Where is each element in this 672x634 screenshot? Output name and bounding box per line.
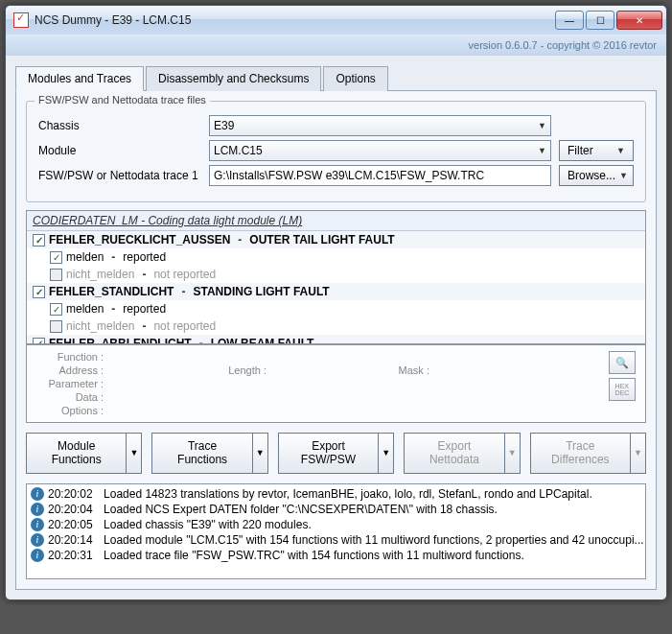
info-icon: i	[31, 487, 44, 501]
parameter-row[interactable]: ✓melden-reported	[27, 248, 645, 266]
window-title: NCS Dummy - E39 - LCM.C15	[35, 13, 555, 27]
parameter-row[interactable]: ✓melden-reported	[27, 300, 645, 317]
module-functions-dropdown[interactable]: ▼	[127, 433, 142, 474]
filter-button[interactable]: Filter ▼	[559, 140, 634, 161]
chassis-label: Chassis	[38, 119, 201, 132]
checkbox[interactable]: ✓	[33, 234, 45, 247]
window: NCS Dummy - E39 - LCM.C15 — ☐ ✕ version …	[5, 5, 667, 600]
function-row[interactable]: ✓FEHLER_ABBLENDLICHT-LOW BEAM FAULT	[27, 335, 645, 344]
group-legend: FSW/PSW and Nettodata trace files	[35, 94, 210, 106]
export-nettodata-dropdown: ▼	[505, 433, 521, 474]
log-panel[interactable]: i20:20:02 Loaded 14823 translations by r…	[26, 483, 646, 579]
info-icon: i	[31, 533, 44, 547]
export-nettodata-button: Export Nettodata	[404, 433, 504, 474]
functions-grid[interactable]: CODIERDATEN_LM - Coding data light modul…	[26, 210, 646, 344]
export-fsw-dropdown[interactable]: ▼	[379, 433, 394, 474]
search-button[interactable]: 🔍	[609, 351, 636, 374]
checkbox[interactable]: ✓	[50, 303, 62, 316]
minimize-button[interactable]: —	[555, 11, 584, 30]
maximize-button[interactable]: ☐	[586, 11, 614, 30]
chassis-select[interactable]: E39 ▼	[209, 115, 551, 136]
tab-modules-traces[interactable]: Modules and Traces	[15, 66, 144, 91]
module-label: Module	[38, 144, 201, 157]
log-entry: i20:20:14 Loaded module "LCM.C15" with 1…	[29, 532, 643, 548]
export-fsw-button[interactable]: Export FSW/PSW	[278, 433, 379, 474]
checkbox[interactable]	[50, 269, 62, 281]
detail-panel: Function : Address : Parameter : Data : …	[26, 344, 646, 423]
search-icon: 🔍	[615, 357, 629, 369]
checkbox[interactable]: ✓	[33, 286, 45, 298]
chevron-down-icon: ▼	[619, 171, 628, 180]
parameter-row[interactable]: nicht_melden-not reported	[27, 317, 645, 335]
chevron-down-icon: ▼	[616, 146, 625, 155]
parameter-row[interactable]: nicht_melden-not reported	[27, 266, 645, 283]
chevron-down-icon: ▼	[538, 146, 546, 155]
tab-disassembly[interactable]: Disassembly and Checksums	[146, 66, 321, 91]
checkbox[interactable]: ✓	[50, 251, 62, 264]
function-row[interactable]: ✓FEHLER_RUECKLICHT_AUSSEN-OUTER TAIL LIG…	[27, 231, 645, 248]
tabpanel: FSW/PSW and Nettodata trace files Chassi…	[15, 90, 657, 590]
trace-files-group: FSW/PSW and Nettodata trace files Chassi…	[26, 101, 646, 202]
log-entry: i20:20:04 Loaded NCS Expert DATEN folder…	[29, 502, 643, 517]
hexdec-button[interactable]: HEX DEC	[609, 378, 636, 401]
log-entry: i20:20:02 Loaded 14823 translations by r…	[29, 486, 643, 502]
tab-options[interactable]: Options	[323, 66, 387, 91]
tabstrip: Modules and Traces Disassembly and Check…	[15, 66, 657, 91]
trace-differences-button: Trace Differences	[530, 433, 631, 474]
action-buttons: Module Functions▼ Trace Functions▼ Expor…	[26, 433, 646, 474]
close-button[interactable]: ✕	[616, 11, 662, 30]
version-bar: version 0.6.0.7 - copyright © 2016 revto…	[6, 35, 666, 56]
module-functions-button[interactable]: Module Functions	[26, 433, 127, 474]
module-select[interactable]: LCM.C15 ▼	[209, 140, 551, 161]
checkbox[interactable]	[50, 320, 62, 333]
checkbox[interactable]: ✓	[33, 338, 45, 345]
log-entry: i20:20:05 Loaded chassis "E39" with 220 …	[29, 517, 643, 532]
app-icon	[13, 12, 29, 28]
titlebar[interactable]: NCS Dummy - E39 - LCM.C15 — ☐ ✕	[6, 6, 666, 35]
trace1-input[interactable]	[209, 165, 551, 186]
info-icon: i	[31, 503, 44, 516]
trace1-label: FSW/PSW or Nettodata trace 1	[38, 169, 201, 182]
trace-functions-dropdown[interactable]: ▼	[253, 433, 268, 474]
version-text: version 0.6.0.7 - copyright © 2016 revto…	[469, 39, 657, 51]
grid-group-header: CODIERDATEN_LM - Coding data light modul…	[27, 211, 645, 231]
browse-button[interactable]: Browse... ▼	[559, 165, 634, 186]
info-icon: i	[31, 549, 44, 562]
function-row[interactable]: ✓FEHLER_STANDLICHT-STANDING LIGHT FAULT	[27, 283, 645, 300]
log-entry: i20:20:31 Loaded trace file "FSW_PSW.TRC…	[29, 548, 643, 563]
trace-differences-dropdown: ▼	[631, 433, 646, 474]
chevron-down-icon: ▼	[538, 121, 546, 130]
trace-functions-button[interactable]: Trace Functions	[151, 433, 252, 474]
info-icon: i	[31, 518, 44, 531]
